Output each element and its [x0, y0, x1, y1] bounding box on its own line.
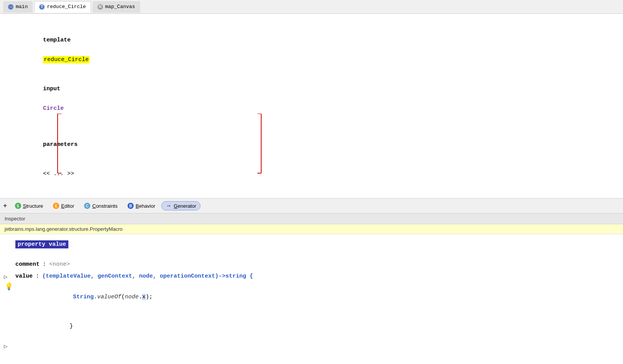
- prop-value-container: property value: [15, 240, 608, 253]
- constraints-icon: C: [84, 203, 90, 209]
- tab-bar: → main T reduce_Circle N map_Canvas: [0, 0, 623, 14]
- editor-section: template reduce_Circle input Circle para…: [0, 14, 623, 213]
- kw-input: input: [43, 86, 60, 92]
- tab-map-icon: N: [98, 4, 103, 10]
- inspector-title: Inspector: [5, 216, 25, 222]
- line-input: input Circle: [15, 74, 608, 124]
- line-params-val: << ... >>: [15, 159, 608, 189]
- generator-label: Generator: [174, 203, 196, 209]
- comment-colon: :: [43, 259, 46, 270]
- line-template: template reduce_Circle: [15, 25, 608, 74]
- comment-row: comment : <none>: [15, 259, 608, 270]
- structure-label: SStructuretructure: [23, 203, 43, 209]
- collapse-bottom-icon[interactable]: ▷: [4, 342, 8, 350]
- constraints-tab[interactable]: C Constraints: [80, 202, 121, 210]
- kw-parameters: parameters: [43, 141, 78, 148]
- closing-brace: }: [70, 323, 73, 329]
- params-val: << ... >>: [43, 170, 74, 177]
- tab-reduce-icon: T: [39, 4, 45, 10]
- behavior-icon: B: [128, 203, 134, 209]
- x-highlighted: x: [142, 294, 146, 300]
- generator-tab[interactable]: ⇒ Generator: [161, 201, 200, 210]
- editor-label: Editor: [61, 203, 74, 209]
- collapse-icon[interactable]: ▷: [4, 272, 8, 283]
- tab-main-icon: →: [8, 4, 13, 10]
- class-path: jetbrains.mps.lang.generator.structure.P…: [5, 226, 123, 232]
- value-body-line1: String.valueOf(node.x);: [18, 282, 152, 312]
- value-body-line2: }: [18, 312, 152, 341]
- inspector-class: jetbrains.mps.lang.generator.structure.P…: [0, 224, 623, 234]
- main-layout: → main T reduce_Circle N map_Canvas temp…: [0, 0, 623, 364]
- structure-tab[interactable]: S SStructuretructure: [11, 202, 47, 210]
- tab-map-canvas[interactable]: N map_Canvas: [93, 1, 140, 13]
- tab-reduce-label: reduce_Circle: [47, 4, 86, 10]
- behavior-label: Behavior: [136, 203, 155, 209]
- comment-label: comment: [15, 259, 40, 270]
- inspector-section: Inspector jetbrains.mps.lang.generator.s…: [0, 213, 623, 364]
- string-valueof: String.: [73, 294, 97, 300]
- kw-template: template: [43, 37, 71, 43]
- tab-main[interactable]: → main: [3, 1, 33, 13]
- node-ref: node: [125, 294, 139, 300]
- line-parameters: parameters: [15, 130, 608, 159]
- paren-close: );: [146, 294, 152, 300]
- value-signature: (templateValue, genContext, node, operat…: [42, 271, 253, 281]
- inspector-body: property value comment : <none> ▷ value …: [0, 234, 623, 364]
- tab-reduce-circle[interactable]: T reduce_Circle: [34, 1, 91, 13]
- bottom-toolbar: + S SStructuretructure E Editor C Constr…: [0, 198, 623, 213]
- comment-val: <none>: [49, 259, 70, 270]
- input-val: Circle: [43, 105, 64, 112]
- prop-value-title: property value: [15, 240, 68, 248]
- valueof-method: valueOf: [97, 294, 121, 300]
- structure-icon: S: [15, 203, 21, 209]
- behavior-tab[interactable]: B Behavior: [124, 202, 159, 210]
- value-row: ▷ value : (templateValue, genContext, no…: [15, 271, 608, 281]
- add-button[interactable]: +: [3, 202, 7, 210]
- inspector-header: Inspector: [0, 213, 623, 224]
- tab-main-label: main: [16, 4, 28, 10]
- tab-map-label: map_Canvas: [105, 4, 135, 10]
- generator-icon: ⇒: [166, 203, 172, 209]
- dot: .: [139, 294, 142, 300]
- template-name: reduce_Circle: [43, 56, 89, 63]
- value-body: 💡 String.valueOf(node.x); }: [15, 282, 608, 341]
- lightbulb-icon[interactable]: 💡: [5, 282, 13, 291]
- editor-tab[interactable]: E Editor: [49, 202, 78, 210]
- line-content: content node:: [15, 195, 608, 198]
- value-colon: :: [36, 271, 39, 281]
- constraints-label: Constraints: [92, 203, 118, 209]
- value-label: value: [15, 271, 33, 281]
- paren-open: (: [121, 294, 125, 300]
- editor-icon: E: [53, 203, 59, 209]
- editor-area[interactable]: template reduce_Circle input Circle para…: [0, 14, 623, 198]
